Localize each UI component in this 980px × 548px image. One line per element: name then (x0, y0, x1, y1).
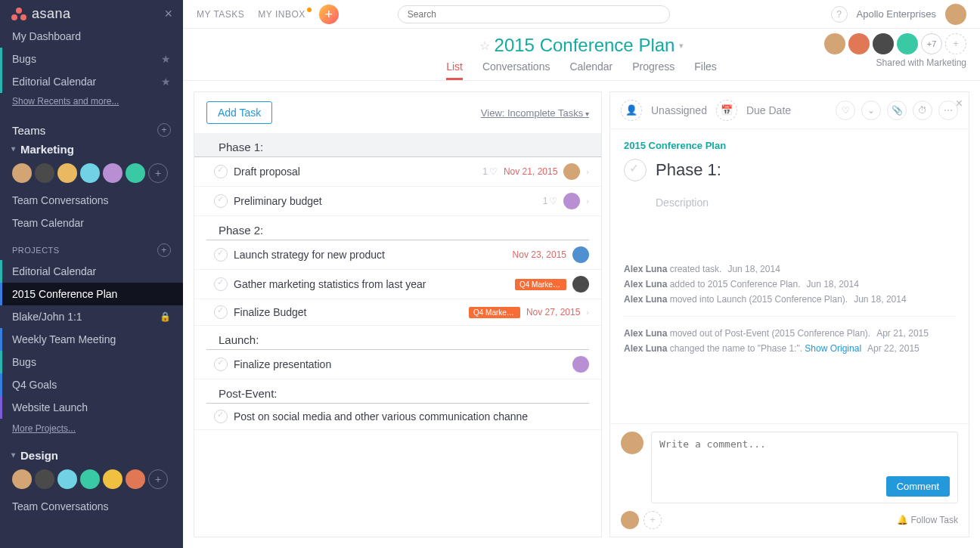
avatar[interactable] (103, 163, 122, 183)
detail-project-link[interactable]: 2015 Conference Plan (624, 140, 955, 151)
more-projects-link[interactable]: More Projects... (0, 419, 183, 438)
tab-files[interactable]: Files (694, 60, 717, 80)
task-row[interactable]: Launch strategy for new product Nov 23, … (194, 240, 601, 270)
project-bugs[interactable]: Bugs (0, 351, 183, 373)
due-date-label[interactable]: Due Date (746, 104, 791, 116)
collaborator-avatar[interactable] (621, 511, 639, 529)
team-conversations-link[interactable]: Team Conversations (0, 189, 183, 212)
unassigned-label[interactable]: Unassigned (651, 104, 707, 116)
assignee-avatar[interactable] (572, 246, 589, 263)
description-placeholder[interactable]: Description (656, 197, 955, 209)
avatar[interactable] (35, 163, 54, 183)
member-avatar[interactable] (897, 33, 918, 54)
team-calendar-link[interactable]: Team Calendar (0, 212, 183, 234)
avatar[interactable] (80, 469, 100, 489)
more-members-button[interactable]: +7 (921, 33, 942, 54)
detail-title[interactable]: Phase 1: (656, 160, 955, 180)
comment-button[interactable]: Comment (886, 476, 950, 497)
like-icon[interactable]: ♡ (836, 101, 855, 120)
comment-input[interactable] (659, 438, 950, 461)
avatar[interactable] (57, 469, 77, 489)
search-box[interactable] (398, 5, 670, 23)
quick-add-button[interactable]: + (319, 5, 339, 24)
project-blake-john[interactable]: Blake/John 1:1🔒 (0, 305, 183, 328)
add-project-button[interactable]: + (157, 243, 171, 257)
complete-checkbox[interactable] (214, 194, 228, 208)
team-conversations-link[interactable]: Team Conversations (0, 495, 183, 518)
star-icon[interactable]: ★ (161, 53, 171, 65)
assignee-avatar[interactable] (572, 356, 589, 373)
add-team-button[interactable]: + (157, 123, 171, 137)
avatar[interactable] (103, 469, 122, 489)
assignee-placeholder-icon[interactable]: 👤 (621, 100, 642, 121)
complete-checkbox[interactable] (214, 277, 228, 291)
complete-checkbox[interactable] (214, 248, 228, 262)
project-editorial-calendar[interactable]: Editorial Calendar (0, 260, 183, 283)
add-task-button[interactable]: Add Task (206, 101, 272, 124)
tab-list[interactable]: List (446, 60, 463, 80)
avatar[interactable] (12, 163, 32, 183)
avatar[interactable] (80, 163, 100, 183)
add-member-button[interactable]: + (148, 163, 168, 183)
add-member-button[interactable]: + (148, 469, 168, 489)
follow-task-button[interactable]: 🔔Follow Task (897, 515, 958, 525)
section-post-event[interactable]: Post-Event: (206, 379, 589, 404)
sidebar-fav-editorial[interactable]: Editorial Calendar★ (0, 70, 183, 93)
shared-with-label[interactable]: Shared with Marketing (876, 57, 966, 68)
project-title[interactable]: 2015 Conference Plan (495, 35, 675, 56)
task-row[interactable]: Gather marketing statistics from last ye… (194, 270, 601, 299)
add-collaborator-button[interactable]: + (644, 511, 662, 529)
avatar[interactable] (12, 469, 32, 489)
search-input[interactable] (408, 9, 660, 20)
complete-checkbox[interactable] (624, 159, 647, 181)
assignee-avatar[interactable] (563, 163, 580, 180)
tab-calendar[interactable]: Calendar (569, 60, 612, 80)
help-icon[interactable]: ? (831, 6, 848, 23)
avatar[interactable] (57, 163, 77, 183)
close-detail-icon[interactable]: × (956, 97, 963, 110)
avatar[interactable] (126, 163, 145, 183)
project-weekly-team-meeting[interactable]: Weekly Team Meeting (0, 328, 183, 351)
subtask-icon[interactable]: ⌄ (861, 101, 881, 120)
avatar[interactable] (35, 469, 54, 489)
my-tasks-link[interactable]: MY TASKS (197, 9, 244, 20)
section-phase-1[interactable]: Phase 1: (194, 133, 601, 157)
like-count[interactable]: 1♡ (482, 166, 498, 177)
task-row[interactable]: Post on social media and other various c… (194, 404, 601, 430)
project-website-launch[interactable]: Website Launch (0, 396, 183, 419)
add-member-button[interactable]: + (945, 33, 966, 54)
member-avatar[interactable] (848, 33, 870, 54)
profile-avatar[interactable] (945, 4, 966, 25)
sidebar-fav-bugs[interactable]: Bugs★ (0, 48, 183, 70)
my-inbox-link[interactable]: MY INBOX (258, 9, 305, 20)
complete-checkbox[interactable] (214, 305, 228, 319)
complete-checkbox[interactable] (214, 358, 228, 371)
org-switcher[interactable]: Apollo Enterprises (857, 8, 937, 20)
task-row[interactable]: Draft proposal 1♡ Nov 21, 2015 › (194, 157, 601, 187)
favorite-star-icon[interactable]: ☆ (479, 39, 490, 53)
star-icon[interactable]: ★ (161, 76, 171, 88)
section-phase-2[interactable]: Phase 2: (206, 216, 589, 240)
tab-progress[interactable]: Progress (632, 60, 675, 80)
task-row[interactable]: Finalize Budget Q4 Marketi... Nov 27, 20… (194, 299, 601, 326)
view-selector[interactable]: View: Incomplete Tasks (481, 107, 589, 119)
project-menu-chevron-icon[interactable]: ▾ (679, 41, 684, 51)
project-q4-goals[interactable]: Q4 Goals (0, 373, 183, 396)
due-date-placeholder-icon[interactable]: 📅 (716, 100, 737, 121)
comment-box[interactable]: Comment (651, 432, 958, 503)
assignee-avatar[interactable] (563, 193, 580, 209)
sidebar-my-dashboard[interactable]: My Dashboard (0, 25, 183, 48)
avatar[interactable] (126, 469, 145, 489)
team-marketing[interactable]: Marketing (0, 140, 183, 159)
complete-checkbox[interactable] (214, 410, 228, 423)
project-2015-conference-plan[interactable]: 2015 Conference Plan (0, 283, 183, 305)
project-tag[interactable]: Q4 Marketi... (469, 307, 520, 318)
timer-icon[interactable]: ⏱ (913, 101, 932, 120)
assignee-avatar[interactable] (572, 276, 589, 293)
project-tag[interactable]: Q4 Marketi... (515, 279, 566, 290)
complete-checkbox[interactable] (214, 165, 228, 178)
show-original-link[interactable]: Show Original (805, 343, 861, 354)
task-row[interactable]: Finalize presentation (194, 350, 601, 379)
member-avatar[interactable] (824, 33, 845, 54)
attachment-icon[interactable]: 📎 (887, 101, 907, 120)
